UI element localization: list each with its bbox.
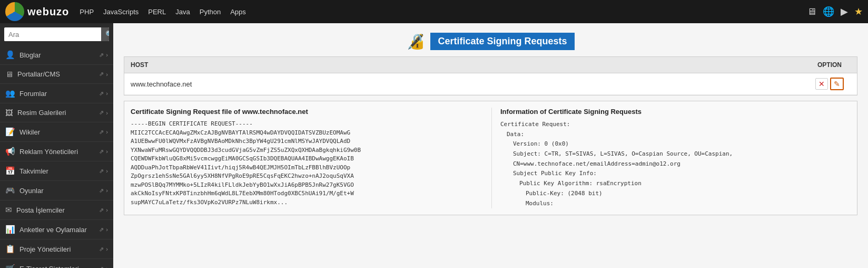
info-line-0: Certificate Request: xyxy=(500,121,570,128)
sidebar-item-anketler[interactable]: 📊 Anketler ve Oylamalar ⇗› xyxy=(0,220,113,240)
host-table: HOST OPTION www.technoface.net ✕ ✎ xyxy=(124,56,857,95)
logo-text: webuzo xyxy=(27,6,69,18)
cert-info-title: Information of Certificate Signing Reque… xyxy=(500,108,851,116)
delete-button[interactable]: ✕ xyxy=(815,78,828,90)
info-line-4: CN=www.technoface.net/emailAddress=admin… xyxy=(500,159,851,169)
info-line-7: Public-Key: (2048 bit) xyxy=(500,189,851,199)
reklam-icon: 📢 xyxy=(5,147,15,156)
info-line-3: Subject: C=TR, ST=SIVAS, L=SIVAS, O=Casp… xyxy=(500,149,851,159)
menu-javascripts[interactable]: JavaScripts xyxy=(103,6,139,18)
search-button[interactable]: 🔍 xyxy=(101,27,109,41)
sidebar-item-label: Portallar/CMS xyxy=(17,70,99,78)
sidebar-item-label: Wikiler xyxy=(19,128,99,136)
anketler-icon: 📊 xyxy=(5,225,15,234)
info-line-8: Modulus: xyxy=(500,199,851,209)
sidebar-item-wikiler[interactable]: 📝 Wikiler ⇗› xyxy=(0,122,113,142)
sidebar-item-reklam[interactable]: 📢 Reklam Yöneticileri ⇗› xyxy=(0,142,113,161)
sidebar-item-label: Forumlar xyxy=(19,90,99,98)
sidebar-item-forumlar[interactable]: 👥 Forumlar ⇗› xyxy=(0,84,113,103)
globe-icon[interactable]: 🌐 xyxy=(823,6,834,17)
layout: 🔍 👤 Bloglar ⇗› 🖥 Portallar/CMS ⇗› 👥 Foru… xyxy=(0,23,868,268)
logo[interactable]: webuzo xyxy=(5,2,69,21)
row-options: ✕ ✎ xyxy=(808,78,851,90)
navbar-icons: 🖥 🌐 ▶ ★ xyxy=(807,6,863,17)
resim-icon: 🖼 xyxy=(5,108,13,117)
menu-java[interactable]: Java xyxy=(175,6,190,18)
cert-header-icon: 🔏 xyxy=(407,33,425,50)
info-line-6: Public Key Algorithm: rsaEncryption xyxy=(500,179,851,189)
sidebar-item-proje[interactable]: 📋 Proje Yöneticileri ⇗› xyxy=(0,240,113,259)
sidebar-item-label: Proje Yöneticileri xyxy=(19,245,99,253)
proje-icon: 📋 xyxy=(5,244,15,254)
sidebar-item-resim[interactable]: 🖼 Resim Galerileri ⇗› xyxy=(0,103,113,122)
edit-button[interactable]: ✎ xyxy=(830,78,844,90)
forumlar-icon: 👥 xyxy=(5,89,15,98)
sidebar-item-label: Resim Galerileri xyxy=(17,109,99,117)
search-input[interactable] xyxy=(4,28,101,41)
cert-info-section: Information of Certificate Signing Reque… xyxy=(491,108,851,208)
oyunlar-icon: 🎮 xyxy=(5,186,15,195)
sidebar-item-label: Anketler ve Oylamalar xyxy=(19,226,99,234)
detail-section: Certificate Signing Request file of www.… xyxy=(124,101,857,215)
table-header: HOST OPTION xyxy=(124,57,857,73)
sidebar-item-takvimler[interactable]: 📅 Takvimler ⇗› xyxy=(0,161,113,181)
main-content: 🔏 Certificate Signing Requests HOST OPTI… xyxy=(113,23,868,268)
sidebar-item-label: Bloglar xyxy=(19,51,99,59)
sidebar: 🔍 👤 Bloglar ⇗› 🖥 Portallar/CMS ⇗› 👥 Foru… xyxy=(0,23,113,268)
top-menu: PHP JavaScripts PERL Java Python Apps xyxy=(80,6,807,18)
info-line-2: Version: 0 (0x0) xyxy=(500,139,851,149)
col-option: OPTION xyxy=(808,61,851,69)
menu-python[interactable]: Python xyxy=(200,6,221,18)
posta-icon: ✉ xyxy=(5,205,12,215)
page-title: Certificate Signing Requests xyxy=(430,33,574,50)
col-host: HOST xyxy=(131,61,808,69)
logo-icon xyxy=(5,2,24,21)
info-line-5: Subject Public Key Info: xyxy=(500,169,851,179)
search-bar: 🔍 xyxy=(4,27,109,41)
navbar: webuzo PHP JavaScripts PERL Java Python … xyxy=(0,0,868,23)
play-icon[interactable]: ▶ xyxy=(841,6,848,17)
menu-php[interactable]: PHP xyxy=(80,6,94,18)
table-row: www.technoface.net ✕ ✎ xyxy=(124,73,857,95)
sidebar-item-bloglar[interactable]: 👤 Bloglar ⇗› xyxy=(0,45,113,65)
star-icon[interactable]: ★ xyxy=(854,6,863,17)
menu-apps[interactable]: Apps xyxy=(230,6,246,18)
cert-file-title: Certificate Signing Request file of www.… xyxy=(131,108,481,116)
sidebar-item-oyunlar[interactable]: 🎮 Oyunlar ⇗› xyxy=(0,181,113,200)
bloglar-icon: 👤 xyxy=(5,50,15,60)
info-line-1: Data: xyxy=(500,130,851,140)
page-header: 🔏 Certificate Signing Requests xyxy=(113,23,868,56)
takvimler-icon: 📅 xyxy=(5,166,15,176)
sidebar-items: 👤 Bloglar ⇗› 🖥 Portallar/CMS ⇗› 👥 Foruml… xyxy=(0,45,113,268)
sidebar-item-label: E-Ticaret Sistemleri xyxy=(19,265,99,269)
sidebar-item-eticaret[interactable]: 🛒 E-Ticaret Sistemleri ⇗› xyxy=(0,259,113,268)
portallar-icon: 🖥 xyxy=(5,70,13,79)
sidebar-item-posta[interactable]: ✉ Posta İşlemciler ⇗› xyxy=(0,200,113,220)
cert-info-content: Certificate Request: Data: Version: 0 (0… xyxy=(500,120,851,208)
monitor-icon[interactable]: 🖥 xyxy=(807,6,816,17)
host-value: www.technoface.net xyxy=(131,80,808,88)
menu-perl[interactable]: PERL xyxy=(148,6,166,18)
cert-file-section: Certificate Signing Request file of www.… xyxy=(131,108,481,208)
sidebar-item-portallar[interactable]: 🖥 Portallar/CMS ⇗› xyxy=(0,65,113,84)
sidebar-item-label: Reklam Yöneticileri xyxy=(19,148,99,156)
sidebar-item-label: Oyunlar xyxy=(19,187,99,195)
sidebar-item-label: Takvimler xyxy=(19,167,99,175)
eticaret-icon: 🛒 xyxy=(5,264,15,268)
sidebar-item-label: Posta İşlemciler xyxy=(16,206,99,214)
cert-file-content: -----BEGIN CERTIFICATE REQUEST----- MIIC… xyxy=(131,120,481,207)
wikiler-icon: 📝 xyxy=(5,127,15,137)
